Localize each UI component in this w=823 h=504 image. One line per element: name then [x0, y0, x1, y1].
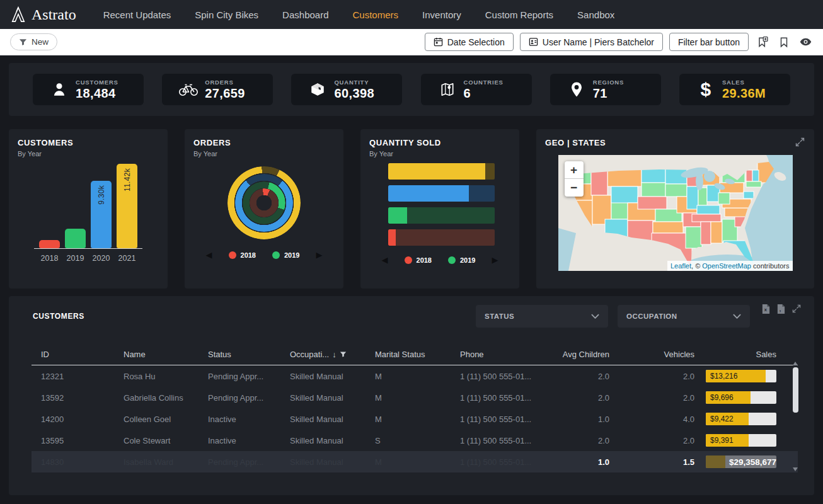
filter-bar-button[interactable]: Filter bar button [669, 33, 749, 51]
toolbar-right: Date Selection User Name | Piers Batchel… [425, 33, 813, 51]
zoom-out-button[interactable]: − [565, 179, 584, 197]
export-excel-icon[interactable]: x [761, 304, 771, 317]
nav-item[interactable]: Sandbox [577, 9, 614, 20]
nav-item[interactable]: Inventory [422, 9, 461, 20]
ghost-status: Pending Appr... [208, 457, 290, 467]
sales-bar[interactable]: $9,422 [706, 413, 776, 425]
legend-next-arrow[interactable]: ▶ [492, 256, 498, 264]
col-header-name[interactable]: Name [124, 350, 208, 359]
customers-chart-panel: CUSTOMERS By Year [9, 129, 168, 289]
legend-item-2019[interactable]: 2019 [272, 251, 299, 259]
bar[interactable] [65, 229, 86, 248]
cell-children: 2.0 [544, 393, 609, 403]
bar[interactable] [39, 240, 60, 248]
hbar-track[interactable] [388, 185, 495, 202]
kpi-customers[interactable]: CUSTOMERS18,484 [33, 74, 144, 105]
cell-children: 1.0 [544, 415, 609, 424]
sales-bar[interactable]: $13,216 [706, 370, 776, 382]
hbar-track[interactable] [388, 229, 495, 246]
expand-icon[interactable] [795, 137, 805, 150]
legend-item-2018[interactable]: 2018 [229, 251, 256, 259]
kpi-orders[interactable]: ORDERS27,659 [162, 74, 273, 105]
column-filter-icon[interactable] [340, 351, 347, 358]
sales-bar[interactable]: $9,696 [706, 391, 776, 404]
filter-bar-label: Filter bar button [678, 37, 740, 47]
kpi-value: 60,398 [334, 86, 374, 101]
ghost-phone: 1 (11) 500 555-01... [460, 457, 544, 467]
legend-dot [405, 256, 412, 264]
cell-marital: M [375, 393, 460, 403]
bookmark-add-icon[interactable] [755, 35, 770, 50]
nav-item[interactable]: Dashboard [282, 9, 328, 20]
table-body: 12321 Rosa Hu Pending Appr... Skilled Ma… [9, 365, 814, 451]
legend-item-2018[interactable]: 2018 [405, 256, 432, 264]
nav-item[interactable]: Custom Reports [485, 9, 553, 20]
kpi-regions[interactable]: REGIONS71 [550, 74, 661, 105]
col-header-vehicles[interactable]: Vehicles [609, 350, 694, 359]
chart-title: CUSTOMERS [18, 138, 159, 147]
export-csv-icon[interactable]: , [776, 304, 786, 317]
nav-item[interactable]: Spin City Bikes [195, 9, 258, 20]
leaflet-link[interactable]: Leaflet [670, 262, 691, 270]
new-filter-button[interactable]: New [10, 33, 57, 50]
eye-icon[interactable] [798, 35, 813, 50]
ring-2018[interactable] [250, 188, 279, 217]
kpi-sales[interactable]: $ SALES29.36M [679, 74, 790, 105]
sort-desc-icon[interactable]: ↓ [332, 350, 337, 359]
legend-prev-arrow[interactable]: ◀ [382, 256, 388, 264]
bar-value-label: 9.30k [97, 185, 106, 205]
user-name-button[interactable]: User Name | Piers Batchelor [520, 33, 663, 51]
calendar-icon [434, 37, 443, 47]
status-filter-dropdown[interactable]: STATUS [476, 305, 608, 328]
expand-icon[interactable] [791, 304, 802, 317]
col-header-sales[interactable]: Sales [694, 350, 776, 359]
table-scrollbar[interactable] [791, 362, 799, 471]
sales-value: $9,696 [710, 393, 734, 402]
cell-vehicles: 2.0 [609, 372, 694, 381]
zoom-in-button[interactable]: + [565, 161, 584, 179]
nav-item[interactable]: Customers [353, 9, 399, 20]
col-header-phone[interactable]: Phone [460, 350, 544, 359]
hbar-track[interactable] [388, 207, 495, 224]
osm-link[interactable]: OpenStreetMap [702, 262, 751, 270]
table-row[interactable]: 12321 Rosa Hu Pending Appr... Skilled Ma… [32, 365, 798, 387]
kpi-value: 27,659 [205, 86, 245, 101]
table-row[interactable]: 14200 Colleen Goel Inactive Skilled Manu… [32, 408, 798, 430]
date-selection-button[interactable]: Date Selection [425, 33, 514, 51]
table-row[interactable]: 13592 Gabriella Collins Pending Appr... … [32, 387, 798, 408]
hbar-track[interactable] [388, 163, 495, 180]
orders-chart-panel: ORDERS By Year ◀ 2018 2019 ▶ [185, 129, 343, 289]
scrollbar-thumb[interactable] [793, 367, 798, 413]
bar[interactable]: 9.30k [91, 181, 112, 248]
charts-row: CUSTOMERS By Year [9, 129, 814, 289]
legend-item-2019[interactable]: 2019 [448, 256, 475, 264]
cell-marital: M [375, 372, 460, 381]
legend-next-arrow[interactable]: ▶ [316, 251, 322, 259]
map-zoom-control: + − [565, 161, 584, 197]
kpi-countries[interactable]: COUNTRIES6 [421, 74, 532, 105]
col-header-children[interactable]: Avg Children [544, 350, 609, 359]
legend-prev-arrow[interactable]: ◀ [206, 251, 212, 259]
scroll-up-arrow[interactable] [793, 362, 798, 365]
nav-item[interactable]: Recent Updates [103, 9, 171, 20]
col-header-occupation[interactable]: Occupati... ↓ [290, 350, 375, 359]
col-header-id[interactable]: ID [32, 350, 124, 359]
scroll-down-arrow[interactable] [793, 467, 798, 471]
kpi-quantity[interactable]: QUANTITY60,398 [291, 74, 402, 105]
col-header-status[interactable]: Status [208, 350, 290, 359]
table-row[interactable]: 13595 Cole Stewart Inactive Skilled Manu… [32, 430, 798, 451]
bookmark-icon[interactable] [776, 35, 791, 50]
cell-phone: 1 (11) 500 555-01... [460, 415, 544, 424]
leaflet-map[interactable]: + − Leaflet, © OpenStreetMap contributor… [558, 155, 793, 271]
cell-occupation: Skilled Manual [290, 393, 375, 403]
brand[interactable]: Astrato [10, 6, 76, 23]
bar-column: 2019 [65, 164, 86, 263]
sales-bar[interactable]: $9,391 [706, 434, 776, 447]
cell-status: Pending Appr... [208, 372, 290, 381]
pin-icon [564, 81, 589, 98]
bar[interactable]: 11.42k [117, 164, 137, 248]
kpi-label: SALES [722, 79, 766, 86]
occupation-filter-dropdown[interactable]: OCCUPATION [618, 305, 750, 328]
col-header-marital[interactable]: Marital Status [375, 350, 460, 359]
us-states-map [558, 155, 793, 271]
